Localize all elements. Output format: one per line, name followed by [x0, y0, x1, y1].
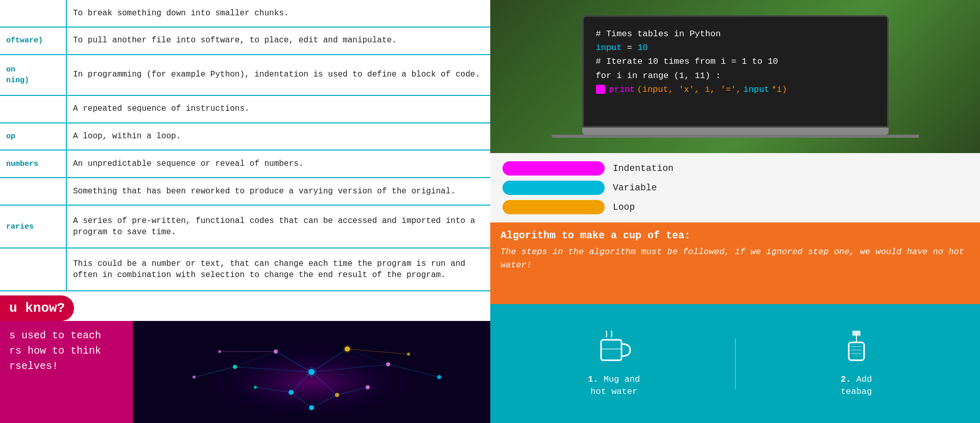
- svg-point-32: [306, 367, 317, 377]
- table-row: raries A series of pre-written, function…: [0, 205, 490, 248]
- term-cell: op: [0, 123, 66, 151]
- term-cell: [0, 178, 66, 205]
- bottom-row: s used to teach rs how to think rselves!: [0, 321, 490, 423]
- tea-step-2-label: 2. Addteabag: [841, 374, 872, 398]
- svg-rect-34: [601, 340, 622, 360]
- definition-cell: Something that has been reworked to prod…: [66, 178, 490, 205]
- definition-cell: A series of pre-written, functional code…: [66, 205, 490, 248]
- legend-label: Indentation: [613, 163, 674, 173]
- did-you-know-banner: u know?: [0, 295, 74, 321]
- tea-section: 1. Mug andhot water 2. Addteabag: [490, 304, 980, 423]
- right-panel: # Times tables in Python input = 10 # It…: [490, 0, 980, 423]
- tea-step-1: 1. Mug andhot water: [498, 330, 730, 398]
- code-print-args-pre: (input, 'x', i, '=',: [637, 83, 742, 96]
- algorithm-section: Algorithm to make a cup of tea: The step…: [490, 222, 980, 304]
- code-line-4: for i in range (1, 11) :: [596, 69, 875, 83]
- laptop-screen: # Times tables in Python input = 10 # It…: [582, 15, 889, 128]
- code-line-5: print (input, 'x', i, '=', input *i): [596, 83, 875, 96]
- code-line-2: input = 10: [596, 41, 875, 55]
- legend-bar: [503, 200, 605, 214]
- algorithm-text: The steps in the algorithm must be follo…: [500, 245, 970, 271]
- table-row: A repeated sequence of instructions.: [0, 95, 490, 123]
- code-input-in-args: input: [744, 83, 770, 96]
- table-row: Something that has been reworked to prod…: [0, 178, 490, 205]
- tea-step-1-label: 1. Mug andhot water: [588, 374, 640, 398]
- term-cell: [0, 0, 66, 27]
- term-cell: oftware): [0, 27, 66, 55]
- term-cell: raries: [0, 205, 66, 248]
- definition-cell: A loop, within a loop.: [66, 123, 490, 151]
- tea-divider: [735, 338, 736, 389]
- legend-item: Loop: [503, 200, 968, 214]
- legend-bar: [503, 161, 605, 176]
- laptop-section: # Times tables in Python input = 10 # It…: [490, 0, 980, 153]
- mug-icon: [593, 330, 634, 370]
- laptop-foot: [552, 135, 919, 138]
- svg-rect-38: [849, 342, 864, 360]
- definition-cell: An unpredictable sequence or reveal of n…: [66, 150, 490, 178]
- term-cell: [0, 95, 66, 123]
- term-cell: [0, 248, 66, 291]
- definition-cell: To break something down into smaller chu…: [66, 0, 490, 27]
- legend-item: Variable: [503, 181, 968, 195]
- table-row: op A loop, within a loop.: [0, 123, 490, 151]
- term-cell: numbers: [0, 150, 66, 178]
- definition-cell: A repeated sequence of instructions.: [66, 95, 490, 123]
- legend-item: Indentation: [503, 161, 968, 176]
- code-print-end: *i): [772, 83, 787, 96]
- table-row: To break something down into smaller chu…: [0, 0, 490, 27]
- legend-bar: [503, 181, 605, 195]
- definition-cell: In programming (for example Python), ind…: [66, 55, 490, 95]
- legend-section: Indentation Variable Loop: [490, 153, 980, 222]
- code-line-3: # Iterate 10 times from i = 1 to 10: [596, 55, 875, 68]
- table-row: This could be a number or text, that can…: [0, 248, 490, 291]
- did-you-know-content: s used to teach rs how to think rselves!: [9, 330, 101, 372]
- code-print-keyword: print: [609, 83, 635, 96]
- laptop-base: [582, 128, 889, 135]
- legend-label: Variable: [613, 183, 657, 193]
- table-row: numbers An unpredictable sequence or rev…: [0, 150, 490, 178]
- network-image: [133, 321, 490, 423]
- vocab-table: To break something down into smaller chu…: [0, 0, 490, 291]
- term-cell: on ning): [0, 55, 66, 95]
- laptop-container: # Times tables in Python input = 10 # It…: [582, 15, 889, 138]
- definition-cell: To pull another file into software, to p…: [66, 27, 490, 55]
- svg-rect-37: [852, 331, 861, 336]
- tea-step-2: 2. Addteabag: [741, 330, 972, 398]
- table-row: oftware) To pull another file into softw…: [0, 27, 490, 55]
- table-row: on ning) In programming (for example Pyt…: [0, 55, 490, 95]
- code-equals: =: [622, 43, 638, 53]
- code-value-10: 10: [637, 43, 648, 53]
- code-line-1: # Times tables in Python: [596, 27, 875, 41]
- left-panel: To break something down into smaller chu…: [0, 0, 490, 423]
- code-input-keyword: input: [596, 43, 622, 53]
- algorithm-title: Algorithm to make a cup of tea:: [500, 230, 970, 241]
- teabag-icon: [836, 330, 877, 370]
- did-you-know-text: s used to teach rs how to think rselves!: [0, 321, 133, 423]
- svg-point-33: [343, 345, 351, 353]
- legend-label: Loop: [613, 202, 635, 212]
- definition-cell: This could be a number or text, that can…: [66, 248, 490, 291]
- did-you-know-label: u know?: [9, 301, 65, 316]
